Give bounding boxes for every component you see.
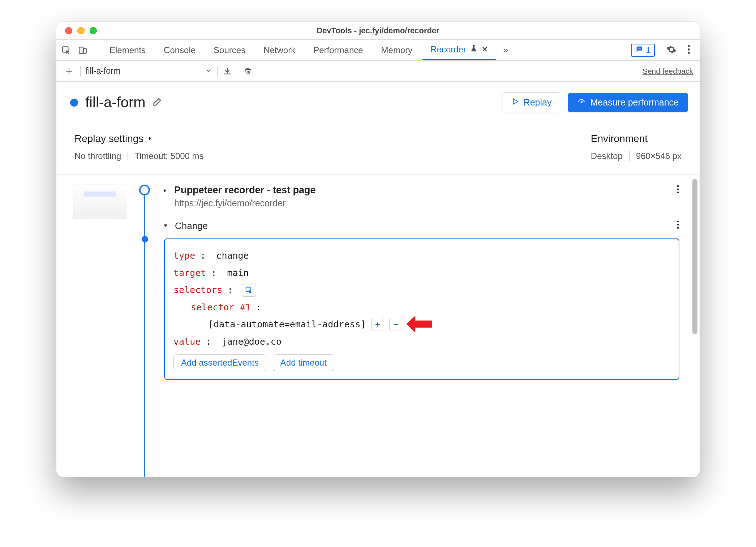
- timeline-bullet-start: [139, 185, 150, 195]
- experiment-icon: [470, 44, 478, 55]
- caret-right-icon: [147, 133, 153, 145]
- annotation-arrow-icon: [405, 314, 433, 340]
- play-icon: [511, 97, 519, 108]
- field-val-value[interactable]: jane@doe.co: [222, 333, 282, 350]
- svg-point-13: [677, 227, 679, 229]
- step-editor: type: change target: main selectors: sel…: [164, 238, 679, 380]
- issues-count: 1: [646, 46, 650, 55]
- step-start[interactable]: Puppeteer recorder - test page https://j…: [162, 185, 679, 208]
- chevron-down-icon: [205, 67, 212, 76]
- titlebar: DevTools - jec.fyi/demo/recorder: [56, 22, 700, 40]
- field-val-type[interactable]: change: [216, 247, 249, 264]
- svg-point-12: [677, 224, 679, 226]
- tab-recorder[interactable]: Recorder ✕: [422, 40, 496, 60]
- recording-title: fill-a-form: [85, 94, 146, 111]
- inspect-element-icon[interactable]: [61, 46, 71, 55]
- steps-area: Puppeteer recorder - test page https://j…: [56, 175, 700, 477]
- issues-badge[interactable]: 1: [631, 44, 655, 57]
- delete-icon[interactable]: [244, 66, 252, 76]
- recording-select[interactable]: fill-a-form: [86, 66, 212, 76]
- step-menu-icon[interactable]: [676, 185, 679, 195]
- field-key-target: target: [173, 264, 206, 282]
- throttling-value: No throttling: [74, 151, 121, 161]
- tab-console[interactable]: Console: [156, 40, 203, 60]
- window-title: DevTools - jec.fyi/demo/recorder: [56, 26, 700, 35]
- svg-point-7: [581, 102, 582, 103]
- tab-network[interactable]: Network: [255, 40, 303, 60]
- edit-title-icon[interactable]: [152, 97, 162, 108]
- recording-select-value: fill-a-form: [86, 66, 200, 76]
- recorder-toolbar: fill-a-form Send feedback: [56, 61, 700, 82]
- close-tab-icon[interactable]: ✕: [481, 45, 488, 54]
- settings-row: Replay settings No throttling Timeout: 5…: [56, 122, 700, 175]
- gauge-icon: [577, 97, 586, 108]
- add-asserted-events-button[interactable]: Add assertedEvents: [173, 354, 266, 371]
- timeline-bullet-step: [142, 236, 148, 242]
- add-timeout-button[interactable]: Add timeout: [273, 354, 334, 371]
- more-tabs-icon[interactable]: »: [498, 44, 513, 56]
- svg-point-8: [677, 185, 679, 187]
- export-icon[interactable]: [223, 66, 232, 76]
- selector-1-value[interactable]: [data-automate=email-address]: [208, 316, 366, 333]
- screenshot-thumbnail[interactable]: [73, 185, 127, 219]
- devtools-window: DevTools - jec.fyi/demo/recorder Element…: [56, 22, 700, 477]
- viewport-value: 960×546 px: [629, 151, 682, 161]
- scrollbar[interactable]: [692, 179, 697, 334]
- tab-sources[interactable]: Sources: [206, 40, 253, 60]
- svg-point-4: [688, 45, 690, 47]
- timeline: [137, 185, 152, 477]
- environment-heading: Environment: [591, 133, 682, 145]
- svg-point-6: [688, 52, 690, 54]
- svg-rect-1: [79, 47, 83, 53]
- send-feedback-link[interactable]: Send feedback: [643, 67, 693, 76]
- svg-rect-2: [83, 48, 86, 53]
- add-selector-button[interactable]: [371, 318, 384, 331]
- step-change-label: Change: [175, 220, 208, 232]
- measure-performance-button[interactable]: Measure performance: [568, 93, 688, 112]
- timeout-value: Timeout: 5000 ms: [128, 151, 203, 161]
- devtools-tabbar: Elements Console Sources Network Perform…: [56, 40, 700, 61]
- selector-picker-button[interactable]: [242, 284, 256, 297]
- settings-icon[interactable]: [662, 44, 681, 56]
- recording-status-dot: [70, 99, 78, 107]
- tab-elements[interactable]: Elements: [102, 40, 154, 60]
- tab-performance[interactable]: Performance: [305, 40, 371, 60]
- device-toolbar-icon[interactable]: [78, 46, 87, 55]
- svg-point-9: [677, 189, 679, 190]
- device-value: Desktop: [591, 151, 623, 161]
- main-menu-icon[interactable]: [683, 44, 695, 56]
- recording-header: fill-a-form Replay Measure performance: [56, 82, 700, 122]
- new-recording-button[interactable]: [63, 65, 75, 77]
- selector-1-label: selector #1: [191, 299, 251, 316]
- caret-down-icon: [162, 222, 169, 230]
- step-menu-icon[interactable]: [676, 220, 679, 232]
- field-val-target[interactable]: main: [227, 264, 249, 282]
- replay-button[interactable]: Replay: [502, 92, 562, 112]
- field-key-type: type: [173, 247, 195, 264]
- svg-point-5: [688, 48, 690, 51]
- field-key-selectors: selectors: [173, 281, 222, 299]
- replay-settings-toggle[interactable]: Replay settings: [74, 133, 204, 145]
- svg-point-10: [677, 191, 679, 193]
- field-key-value: value: [173, 333, 201, 350]
- svg-point-11: [677, 221, 679, 223]
- remove-selector-button[interactable]: [389, 318, 402, 331]
- chat-icon: [635, 45, 643, 55]
- step-start-title: Puppeteer recorder - test page: [174, 185, 316, 196]
- tab-memory[interactable]: Memory: [373, 40, 421, 60]
- caret-right-icon: [162, 187, 168, 196]
- svg-rect-3: [637, 48, 641, 48]
- step-change-header[interactable]: Change: [162, 220, 679, 232]
- step-start-url: https://jec.fyi/demo/recorder: [174, 198, 316, 208]
